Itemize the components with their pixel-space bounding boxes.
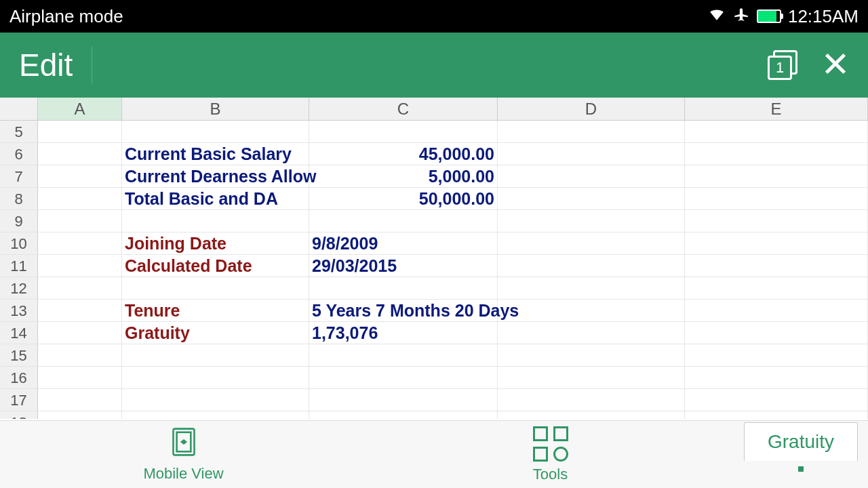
cell-B12[interactable] <box>122 277 309 299</box>
cell-C7[interactable]: 5,000.00 <box>309 165 498 187</box>
cell-D6[interactable] <box>498 143 685 165</box>
cell-C9[interactable] <box>309 210 498 232</box>
row-header-12[interactable]: 12 <box>0 277 38 299</box>
cell-B10[interactable]: Joining Date <box>122 232 309 254</box>
cell-A6[interactable] <box>38 143 122 165</box>
row-header-10[interactable]: 10 <box>0 232 38 254</box>
cell-A11[interactable] <box>38 255 122 277</box>
column-header-c[interactable]: C <box>309 98 498 120</box>
cell-A9[interactable] <box>38 210 122 232</box>
cell-E10[interactable] <box>685 232 868 254</box>
cell-B16[interactable] <box>122 367 309 388</box>
close-button[interactable] <box>822 50 849 80</box>
cell-E8[interactable] <box>685 188 868 209</box>
cell-D16[interactable] <box>498 367 685 388</box>
row-header-8[interactable]: 8 <box>0 188 38 209</box>
cell-E11[interactable] <box>685 255 868 277</box>
row-header-14[interactable]: 14 <box>0 322 38 344</box>
cell-C13[interactable]: 5 Years 7 Months 20 Days <box>309 300 498 321</box>
cell-E13[interactable] <box>685 300 868 321</box>
column-header-b[interactable]: B <box>122 98 309 120</box>
cell-A14[interactable] <box>38 322 122 344</box>
cell-A12[interactable] <box>38 277 122 299</box>
cell-E17[interactable] <box>685 389 868 411</box>
cell-B15[interactable] <box>122 344 309 366</box>
cell-E14[interactable] <box>685 322 868 344</box>
cell-A18[interactable] <box>38 411 122 419</box>
airplane-mode-text: Airplane mode <box>9 6 123 27</box>
cell-D5[interactable] <box>498 121 685 142</box>
cell-C14[interactable]: 1,73,076 <box>309 322 498 344</box>
spreadsheet-grid[interactable]: ABCDE 56Current Basic Salary45,000.007Cu… <box>0 98 868 420</box>
column-header-e[interactable]: E <box>685 98 868 120</box>
sheet-count-value: 1 <box>776 59 784 77</box>
row-header-13[interactable]: 13 <box>0 300 38 321</box>
mobile-view-button[interactable]: Mobile View <box>0 427 367 483</box>
cell-C8[interactable]: 50,000.00 <box>309 188 498 209</box>
cell-A16[interactable] <box>38 367 122 388</box>
cell-D18[interactable] <box>498 411 685 419</box>
cell-C5[interactable] <box>309 121 498 142</box>
row-header-17[interactable]: 17 <box>0 389 38 411</box>
cell-E6[interactable] <box>685 143 868 165</box>
cell-E9[interactable] <box>685 210 868 232</box>
cell-B18[interactable] <box>122 411 309 419</box>
cell-B6[interactable]: Current Basic Salary <box>122 143 309 165</box>
cell-C15[interactable] <box>309 344 498 366</box>
cell-B14[interactable]: Gratuity <box>122 322 309 344</box>
cell-D17[interactable] <box>498 389 685 411</box>
cell-E15[interactable] <box>685 344 868 366</box>
cell-B17[interactable] <box>122 389 309 411</box>
sheet-tabs[interactable]: Gratuity <box>734 437 868 472</box>
sheet-count-button[interactable]: 1 <box>768 50 797 80</box>
cell-C11[interactable]: 29/03/2015 <box>309 255 498 277</box>
cell-E5[interactable] <box>685 121 868 142</box>
cell-D13[interactable] <box>498 300 685 321</box>
cell-D14[interactable] <box>498 322 685 344</box>
row-header-7[interactable]: 7 <box>0 165 38 187</box>
cell-C17[interactable] <box>309 389 498 411</box>
cell-D15[interactable] <box>498 344 685 366</box>
row-header-6[interactable]: 6 <box>0 143 38 165</box>
cell-C6[interactable]: 45,000.00 <box>309 143 498 165</box>
cell-B11[interactable]: Calculated Date <box>122 255 309 277</box>
column-header-d[interactable]: D <box>498 98 685 120</box>
cell-C18[interactable] <box>309 411 498 419</box>
column-header-a[interactable]: A <box>38 98 122 120</box>
cell-B7[interactable]: Current Dearness Allow <box>122 165 309 187</box>
toolbar-title[interactable]: Edit <box>19 47 73 83</box>
cell-D11[interactable] <box>498 255 685 277</box>
row-header-11[interactable]: 11 <box>0 255 38 277</box>
cell-B9[interactable] <box>122 210 309 232</box>
cell-E7[interactable] <box>685 165 868 187</box>
row-header-16[interactable]: 16 <box>0 367 38 388</box>
sheet-tab-active[interactable]: Gratuity <box>744 422 858 461</box>
cell-D8[interactable] <box>498 188 685 209</box>
cell-E12[interactable] <box>685 277 868 299</box>
row-header-5[interactable]: 5 <box>0 121 38 142</box>
cell-A15[interactable] <box>38 344 122 366</box>
cell-D10[interactable] <box>498 232 685 254</box>
cell-D9[interactable] <box>498 210 685 232</box>
cell-A7[interactable] <box>38 165 122 187</box>
cell-C16[interactable] <box>309 367 498 388</box>
cell-C10[interactable]: 9/8/2009 <box>309 232 498 254</box>
cell-A13[interactable] <box>38 300 122 321</box>
cell-D7[interactable] <box>498 165 685 187</box>
row-header-18[interactable]: 18 <box>0 411 38 419</box>
select-all-corner[interactable] <box>0 98 38 120</box>
cell-E16[interactable] <box>685 367 868 388</box>
cell-C12[interactable] <box>309 277 498 299</box>
cell-A17[interactable] <box>38 389 122 411</box>
cell-B5[interactable] <box>122 121 309 142</box>
cell-A5[interactable] <box>38 121 122 142</box>
cell-E18[interactable] <box>685 411 868 419</box>
row-header-15[interactable]: 15 <box>0 344 38 366</box>
cell-A8[interactable] <box>38 188 122 209</box>
cell-B13[interactable]: Tenure <box>122 300 309 321</box>
cell-A10[interactable] <box>38 232 122 254</box>
cell-B8[interactable]: Total Basic and DA <box>122 188 309 209</box>
row-header-9[interactable]: 9 <box>0 210 38 232</box>
cell-D12[interactable] <box>498 277 685 299</box>
tools-button[interactable]: Tools <box>367 426 734 483</box>
